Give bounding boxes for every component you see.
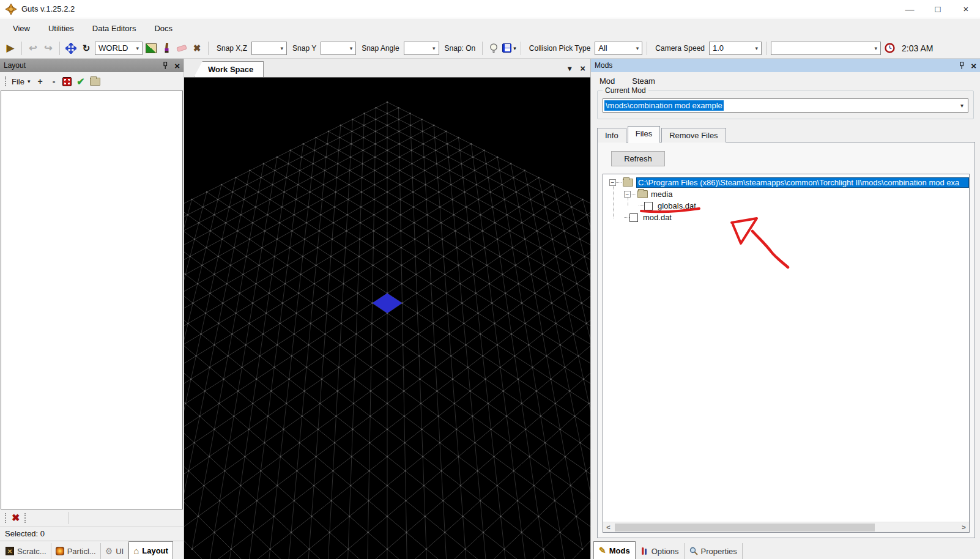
texture-paint-button[interactable] — [144, 41, 158, 56]
refresh-button[interactable]: Refresh — [611, 151, 665, 166]
tree-item-label[interactable]: globals.dat — [658, 201, 696, 210]
tree-item-label[interactable]: media — [651, 190, 672, 199]
camera-speed-label: Camera Speed — [655, 44, 705, 53]
close-icon[interactable]: × — [971, 61, 976, 70]
toolbar-grip[interactable] — [24, 513, 26, 523]
redo-button[interactable]: ↪ — [42, 41, 55, 56]
rotate-tool-button[interactable]: ↻ — [80, 41, 93, 56]
tab-scratchpad[interactable]: ✕ Scratc... — [1, 543, 51, 559]
menu-utilities[interactable]: Utilities — [39, 19, 83, 38]
file-menu-button[interactable]: File ▾ — [12, 77, 30, 86]
light-toggle-button[interactable] — [487, 41, 500, 56]
dice-icon[interactable] — [62, 77, 72, 86]
menu-steam[interactable]: Steam — [632, 76, 655, 86]
world-mode-dropdown[interactable]: WORLD ▾ — [95, 42, 143, 55]
snap-y-dropdown[interactable]: ▾ — [321, 42, 356, 55]
horizontal-scrollbar[interactable]: < > — [603, 522, 969, 532]
tree-row-globals-dat[interactable]: globals.dat — [603, 200, 969, 212]
tab-properties[interactable]: Properties — [685, 543, 743, 559]
eraser-button[interactable] — [175, 41, 188, 56]
tab-work-space[interactable]: Work Space — [194, 61, 264, 77]
scrollbar-thumb[interactable] — [615, 524, 875, 531]
undo-button[interactable]: ↩ — [26, 41, 40, 56]
tree-item-label[interactable]: mod.dat — [643, 213, 672, 222]
folder-icon — [623, 179, 633, 187]
tab-label: Properties — [701, 547, 737, 556]
texture-box-icon — [146, 43, 157, 53]
current-mod-value: \mods\combination mod example — [604, 100, 724, 111]
separator — [68, 512, 69, 524]
tab-list-dropdown[interactable]: ▾ — [568, 64, 571, 73]
close-icon[interactable]: × — [174, 61, 180, 70]
layout-panel-header: Layout × — [0, 59, 184, 72]
snap-angle-label: Snap Angle — [362, 44, 399, 53]
minimize-button[interactable]: — — [896, 0, 924, 18]
workspace: Work Space ▾ × — [184, 59, 590, 559]
maximize-button[interactable]: □ — [924, 0, 952, 18]
layout-lower-toolbar: ✖ — [0, 509, 184, 526]
tab-mods[interactable]: ✎ Mods — [593, 541, 636, 559]
tree-row-root[interactable]: − C:\Program Files (x86)\Steam\steamapps… — [603, 177, 969, 188]
menu-docs[interactable]: Docs — [145, 19, 182, 38]
scene-dropdown[interactable]: ▾ — [771, 42, 881, 55]
camera-speed-dropdown[interactable]: 1.0 ▾ — [709, 42, 762, 55]
scroll-left-arrow[interactable]: < — [603, 524, 614, 531]
separator — [647, 42, 647, 55]
tab-ui[interactable]: ⚙ UI — [101, 543, 129, 559]
check-icon[interactable]: ✔ — [76, 76, 84, 87]
tab-particles[interactable]: Particl... — [51, 543, 101, 559]
files-tab-page: Refresh − C:\Program Files (x86)\Steam\s… — [597, 142, 975, 538]
mod-files-tree[interactable]: − C:\Program Files (x86)\Steam\steamapps… — [603, 174, 970, 533]
particle-icon — [56, 547, 64, 555]
tree-row-media[interactable]: − media — [603, 188, 969, 200]
folder-icon[interactable] — [90, 78, 100, 86]
collapse-icon[interactable]: − — [624, 191, 631, 198]
toolbar-grip[interactable] — [5, 513, 7, 523]
tab-close-icon[interactable]: × — [580, 63, 585, 73]
tab-layout[interactable]: ⌂ Layout — [128, 541, 173, 559]
tree-row-mod-dat[interactable]: mod.dat — [603, 212, 969, 223]
separator — [766, 42, 767, 55]
tab-info[interactable]: Info — [597, 128, 626, 143]
menu-mod[interactable]: Mod — [600, 76, 615, 86]
add-button[interactable]: + — [35, 76, 45, 86]
delete-x-button[interactable]: ✖ — [12, 512, 20, 524]
chevron-down-icon: ▾ — [28, 78, 31, 84]
snap-y-label: Snap Y — [292, 44, 316, 53]
menu-view[interactable]: View — [4, 19, 39, 38]
collapse-icon[interactable]: − — [609, 179, 616, 186]
close-button[interactable]: × — [952, 0, 980, 18]
mods-panel-header: Mods × — [591, 59, 980, 72]
separator — [59, 42, 60, 55]
globals-dat-checkbox[interactable] — [644, 202, 653, 210]
tab-files[interactable]: Files — [628, 126, 660, 143]
viewport-3d[interactable] — [184, 77, 590, 559]
terrain-grid — [184, 78, 590, 559]
brush-button[interactable] — [160, 41, 173, 56]
scroll-right-arrow[interactable]: > — [959, 524, 969, 531]
menu-data-editors[interactable]: Data Editors — [83, 19, 146, 38]
toolbar-grip[interactable] — [5, 76, 7, 86]
layout-list[interactable] — [1, 91, 183, 509]
tab-label: UI — [116, 547, 124, 556]
pin-icon[interactable] — [959, 62, 965, 70]
clock-button[interactable] — [883, 41, 896, 56]
move-tool-button[interactable] — [64, 41, 78, 56]
pin-icon[interactable] — [162, 62, 168, 70]
tab-options[interactable]: Options — [636, 543, 685, 559]
tree-root-label[interactable]: C:\Program Files (x86)\Steam\steamapps\c… — [636, 177, 969, 188]
mod-dat-checkbox[interactable] — [629, 213, 638, 222]
layout-panel-title: Layout — [4, 61, 26, 70]
gear-icon: ⚙ — [105, 546, 113, 556]
snap-xz-dropdown[interactable]: ▾ — [251, 42, 287, 55]
delete-button[interactable]: ✖ — [190, 41, 204, 56]
current-mod-dropdown[interactable]: \mods\combination mod example ▾ — [603, 98, 968, 113]
play-button[interactable]: ▶ — [4, 41, 17, 56]
save-button[interactable]: ▾ — [502, 41, 516, 56]
layout-file-toolbar: File ▾ + - ✔ — [0, 72, 184, 91]
remove-button[interactable]: - — [50, 76, 58, 86]
snap-angle-dropdown[interactable]: ▾ — [404, 42, 439, 55]
chevron-down-icon: ▾ — [278, 45, 287, 51]
tab-remove-files[interactable]: Remove Files — [661, 128, 726, 143]
collision-pick-type-dropdown[interactable]: All ▾ — [595, 42, 642, 55]
